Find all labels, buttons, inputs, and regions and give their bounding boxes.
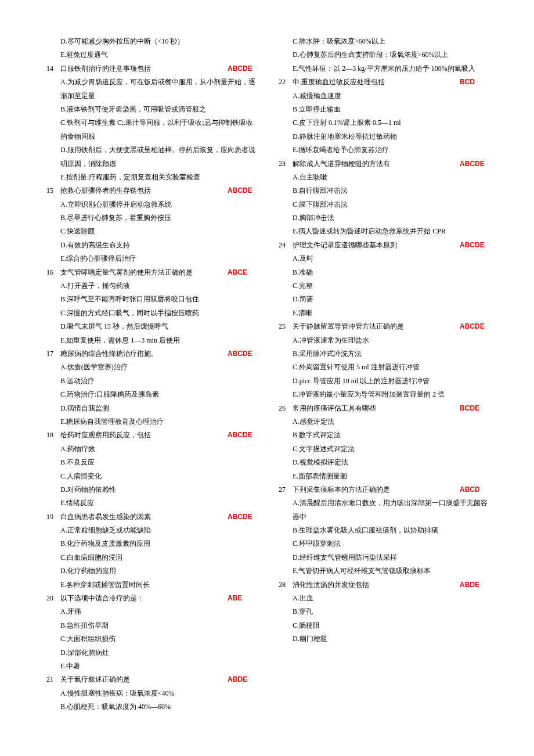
option: A.慢性阻塞性肺疾病：吸氧浓度<40% — [46, 687, 255, 700]
answer-key: ABCDE — [228, 62, 255, 75]
option: C.肺水肿：吸氧浓度>60%以上 — [279, 35, 488, 48]
option: D.简要 — [279, 293, 488, 306]
question-number: 18 — [46, 429, 60, 442]
option: E.面部表情测量图 — [279, 470, 488, 483]
option: C.膈下腹部冲击法 — [279, 198, 488, 211]
option: B.深呼气至不能再呼时张口用双唇将咬口包住 — [46, 293, 255, 306]
option: B.不良反应 — [46, 456, 255, 469]
question-row: 14口服铁剂治疗的注意事项包括ABCDE — [46, 62, 255, 75]
question-row: 18给药时应观察用药反应，包括ABCDE — [46, 429, 255, 442]
option: C.深慢的方式经口吸气，同时以手指按压喷药 — [46, 307, 255, 320]
question-number: 16 — [46, 266, 60, 279]
option: C.完整 — [279, 279, 488, 293]
question-block: 17糖尿病的综合性降糖治疗措施。ABCDE — [46, 347, 255, 361]
option: D.尽可能减少胸外按压的中断（<10 秒） — [46, 35, 255, 48]
question-text: 白血病患者易发生感染的因素 — [60, 510, 228, 524]
question-number: 14 — [46, 62, 60, 75]
option: B.立即停止输血 — [279, 103, 488, 116]
question-row: 17糖尿病的综合性降糖治疗措施。ABCDE — [46, 347, 255, 361]
option: B.尽早进行心肺复苏，着重胸外按压 — [46, 211, 255, 225]
option: E.避免过度通气 — [46, 48, 255, 62]
option: E.气管切开病人可经纤维支气管镜吸取痰标本 — [279, 564, 488, 578]
option: D.幽门梗阻 — [279, 632, 488, 646]
option: B.心肌梗死：吸氧浓度为 40%—60% — [46, 700, 255, 714]
question-number: 21 — [46, 673, 60, 686]
option: B.自行腹部冲击法 — [279, 184, 488, 197]
option: D.服用铁剂后，大便变黑或呈柏油样。停药后恢复，应向患者说明原因，消除顾虑 — [46, 143, 255, 171]
option: E.病人昏迷或转为昏迷时启动急救系统并开始 CPR — [279, 225, 488, 238]
answer-key: ABCDE — [460, 239, 488, 252]
option: D.静脉注射地塞米松等抗过敏药物 — [279, 130, 488, 143]
option: A.为减少胃肠道反应，可在饭后或餐中服用，从小剂量开始，逐渐加至足量 — [46, 75, 255, 103]
question-block: 15抢救心脏骤停者的生存链包括ABCDE — [46, 184, 255, 197]
option: B.准确 — [279, 266, 488, 279]
option: A.清晨醒后用清水漱口数次，用力咳出深部第一口痰盛于无菌容器中 — [279, 496, 488, 524]
option: D.吸气末屏气 15 秒，然后缓慢呼气 — [46, 320, 255, 333]
option: A.冲管液通常为生理盐水 — [279, 334, 488, 347]
answer-key: ABCDE — [228, 347, 255, 361]
option: B.液体铁剂可使牙齿染黑，可用吸管或滴管服之 — [46, 103, 255, 116]
option: C.铁剂可与维生素 C;.果汁等同服，以利于吸收;忌与抑制铁吸收的食物同服 — [46, 116, 255, 143]
question-row: 23解除成人气道异物梗阻的方法有ABCDE — [279, 157, 488, 171]
option: C.人病情变化 — [46, 470, 255, 483]
question-block: 14口服铁剂治疗的注意事项包括ABCDE — [46, 62, 255, 75]
question-block: 25关于静脉留置导管冲管方法正确的是ABCDE — [279, 320, 488, 333]
answer-key: ABCDE — [228, 429, 255, 442]
option: B.穿孔 — [279, 605, 488, 618]
option: A.正常粒细胞缺乏或功能缺陷 — [46, 524, 255, 537]
option: C.肠梗阻 — [279, 619, 488, 632]
option: E.按剂量.疗程服药，定期复查相关实验室检查 — [46, 171, 255, 184]
option: C.大面积组织损伤 — [46, 632, 255, 646]
question-block: 21关于氧疗叙述正确的是ABDE — [46, 673, 255, 686]
answer-key: ABDE — [228, 673, 255, 686]
option: E.综合的心脏骤停后治疗 — [46, 252, 255, 265]
option: B.化疗药物及皮质激素的应用 — [46, 537, 255, 550]
question-block: 28消化性溃疡的并发症包括ABDE — [279, 578, 488, 592]
option: E.清晰 — [279, 307, 488, 320]
question-text: 中.重度输血过敏反应处理包括 — [293, 75, 460, 89]
option: A.立即识别心脏骤停并启动急救系统 — [46, 198, 255, 211]
option: B.运动治疗 — [46, 375, 255, 388]
answer-key: ABCDE — [228, 510, 255, 524]
question-text: 护理文件记录应遵循哪些基本原则 — [293, 239, 460, 252]
option: E.糖尿病自我管理教育及心理治疗 — [46, 415, 255, 429]
option: D.有效的高级生命支持 — [46, 239, 255, 252]
answer-key: BCD — [460, 75, 488, 89]
question-block: 26常用的疼痛评估工具有哪些BCDE — [279, 402, 488, 415]
option: E.如重复使用，需休息 1—3 min 后使用 — [46, 334, 255, 347]
question-number: 24 — [279, 239, 293, 252]
option: D.经纤维支气管镜用防污染法采样 — [279, 551, 488, 564]
option: A.及时 — [279, 252, 488, 265]
question-number: 15 — [46, 184, 60, 197]
option: B.数字式评定法 — [279, 429, 488, 442]
option: D.心肺复苏后的生命支持阶段：吸氧浓度>60%以上 — [279, 48, 488, 62]
question-block: 23解除成人气道异物梗阻的方法有ABCDE — [279, 157, 488, 171]
option: C.外周留置针可使用 5 ml 注射器进行冲管 — [279, 361, 488, 374]
question-row: 15抢救心脏骤停者的生存链包括ABCDE — [46, 184, 255, 197]
question-number: 26 — [279, 402, 293, 415]
option: C.环甲膜穿刺法 — [279, 537, 488, 550]
answer-key: ABCDE — [228, 184, 255, 197]
question-text: 以下选项中适合冷疗的是： — [60, 592, 228, 605]
question-block: 18给药时应观察用药反应，包括ABCDE — [46, 429, 255, 442]
question-text: 给药时应观察用药反应，包括 — [60, 429, 228, 442]
option: A.牙痛 — [46, 605, 255, 618]
option: A.减慢输血速度 — [279, 89, 488, 103]
option: A.出血 — [279, 592, 488, 605]
option: A.感觉评定法 — [279, 415, 488, 429]
answer-key: ABCE — [228, 266, 255, 279]
question-block: 19白血病患者易发生感染的因素ABCDE — [46, 510, 255, 524]
question-text: 支气管哮喘定量气雾剂的使用方法正确的是 — [60, 266, 228, 279]
option: C.文字描述式评定法 — [279, 442, 488, 456]
option: B.生理盐水雾化吸人或口服祛痰剂，以协助排痰 — [279, 524, 488, 537]
option: D.胸部冲击法 — [279, 211, 488, 225]
option: E.各种穿刺或插管留置时间长 — [46, 578, 255, 592]
option: D.picc 导管应用 10 ml 以上的注射器进行冲管 — [279, 375, 488, 388]
question-number: 28 — [279, 578, 293, 592]
option: E.冲管液的最小量应为导管和附加装置容量的 2 倍 — [279, 388, 488, 401]
question-number: 23 — [279, 157, 293, 171]
answer-key: ABE — [228, 592, 255, 605]
question-number: 22 — [279, 75, 293, 89]
option: A.打开盖子，摇匀药液 — [46, 279, 255, 293]
option: C.皮下注射 0.1%肾上腺素 0.5—1 ml — [279, 116, 488, 129]
